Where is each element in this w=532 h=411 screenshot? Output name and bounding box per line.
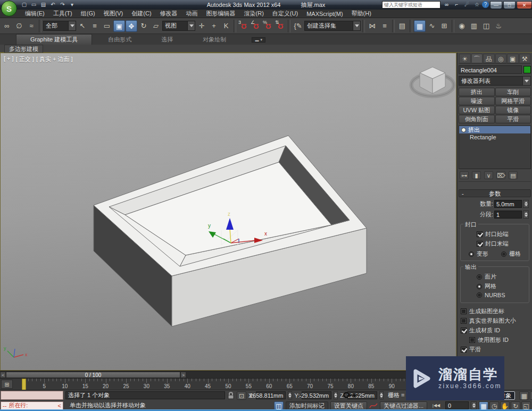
select-by-name-icon[interactable]: ≡: [89, 20, 101, 32]
selection-filter-dropdown[interactable]: 全部: [43, 21, 76, 31]
viewport-menu-shading[interactable]: [ 真实 + 边面 ]: [36, 55, 73, 63]
listener-scroll-arrow[interactable]: <: [58, 402, 61, 409]
graphite-ribbon-toggle-icon[interactable]: ▦: [414, 20, 426, 32]
utilities-tab-icon[interactable]: ⚒: [519, 54, 531, 63]
nurbs-radio[interactable]: [477, 292, 482, 298]
amount-spinner[interactable]: [523, 200, 529, 208]
modifier-list-dropdown[interactable]: 修改器列表: [459, 76, 531, 86]
next-frame-button[interactable]: >: [180, 372, 186, 378]
modifier-button-3[interactable]: 网格平滑: [495, 97, 531, 105]
favorites-star-icon[interactable]: ☆: [472, 1, 482, 9]
motion-tab-icon[interactable]: ◎: [495, 54, 507, 63]
communication-center-icon[interactable]: ☄: [462, 1, 472, 9]
modify-tab-icon[interactable]: ⌒: [471, 54, 483, 63]
mirror-icon[interactable]: ⋈: [367, 20, 378, 32]
track-bar[interactable]: ⊞ 05101520253035404550556065707580859095…: [0, 378, 456, 390]
menu-item-4[interactable]: 创建(C): [128, 10, 155, 18]
zoom-extents-icon[interactable]: ▦: [519, 391, 529, 400]
angle-snap-icon[interactable]: Ω∠: [250, 20, 262, 32]
y-coordinate-field[interactable]: -29.532mm: [302, 391, 331, 399]
modifier-button-5[interactable]: 镜像: [495, 106, 531, 114]
maxscript-listener-line[interactable]: -- 所在行: <: [1, 401, 63, 410]
prev-frame-button[interactable]: <: [0, 372, 6, 378]
reference-coordinate-dropdown[interactable]: 视图: [162, 21, 195, 31]
ribbon-tab-freeform[interactable]: 自由形式: [94, 35, 145, 45]
menu-item-9[interactable]: 自定义(U): [269, 10, 302, 18]
ribbon-minimize-button[interactable]: ▬▾: [252, 37, 265, 43]
close-button[interactable]: ✕: [517, 1, 532, 9]
select-and-move-icon[interactable]: ✥: [126, 20, 137, 32]
schematic-view-icon[interactable]: ⊞: [438, 20, 450, 32]
viewport-menu-view[interactable]: [ 正交 ]: [16, 55, 34, 63]
menu-item-8[interactable]: 渲染(R): [240, 10, 268, 18]
zoom-region-icon[interactable]: ◱: [521, 401, 531, 410]
render-setup-icon[interactable]: ▥: [468, 20, 480, 32]
menu-item-0[interactable]: 编辑(E): [21, 10, 48, 18]
menu-item-6[interactable]: 动画: [182, 10, 202, 18]
pin-stack-icon[interactable]: ⊶: [460, 171, 469, 179]
menu-item-7[interactable]: 图形编辑器: [203, 10, 239, 18]
menu-item-10[interactable]: MAXScript(M): [303, 11, 346, 17]
use-pivot-point-icon[interactable]: ✛: [196, 20, 207, 32]
key-mode-toggle-icon[interactable]: ▦: [479, 401, 488, 410]
rendered-frame-icon[interactable]: ◫: [480, 20, 492, 32]
hierarchy-tab-icon[interactable]: 品: [483, 54, 495, 63]
object-color-swatch[interactable]: [523, 66, 531, 73]
modifier-button-4[interactable]: UVW 贴图: [459, 106, 495, 114]
spinner-snap-icon[interactable]: Ω⇅: [275, 20, 286, 32]
current-frame-field[interactable]: 0: [445, 401, 469, 409]
set-key-button[interactable]: 设置关键点: [330, 401, 367, 410]
pan-hand-icon[interactable]: ✋: [500, 401, 510, 410]
open-file-icon[interactable]: ▭: [30, 1, 38, 9]
help-icon[interactable]: ?: [482, 1, 489, 8]
time-slider-handle[interactable]: 0 / 100: [6, 372, 180, 378]
isolate-selection-icon[interactable]: ◫: [274, 401, 284, 410]
z-spinner[interactable]: [379, 391, 384, 399]
qa-customize-icon[interactable]: ▾: [68, 1, 76, 9]
maximize-button[interactable]: □: [503, 1, 516, 9]
stack-item-1[interactable]: Rectangle: [459, 133, 530, 141]
y-spinner[interactable]: [334, 391, 338, 399]
zoom-all-icon[interactable]: ⟳: [530, 391, 532, 400]
parameters-rollout-header[interactable]: - 参数: [459, 189, 531, 197]
time-config-icon[interactable]: ◷: [489, 401, 499, 410]
amount-field[interactable]: 5.0mm: [494, 200, 522, 208]
modifier-button-6[interactable]: 倒角剖面: [459, 115, 495, 123]
absolute-mode-icon[interactable]: ⊡: [237, 391, 246, 400]
current-frame-marker[interactable]: [22, 379, 26, 390]
edit-named-selections-icon[interactable]: {✎: [292, 20, 304, 32]
configure-modifier-sets-icon[interactable]: ▤: [509, 171, 518, 179]
cap-start-checkbox[interactable]: [477, 231, 483, 237]
display-tab-icon[interactable]: ▣: [507, 54, 519, 63]
align-icon[interactable]: ≡: [379, 20, 390, 32]
select-and-rotate-icon[interactable]: ↻: [138, 20, 149, 32]
segments-field[interactable]: 1: [494, 211, 522, 219]
remove-modifier-icon[interactable]: ⌦: [496, 171, 505, 179]
mesh-radio[interactable]: [477, 284, 482, 289]
show-end-result-icon[interactable]: ▮: [472, 171, 481, 179]
modifier-button-2[interactable]: 噪波: [459, 97, 495, 105]
modifier-enable-bulb-icon[interactable]: [461, 128, 466, 132]
patch-radio[interactable]: [477, 274, 482, 280]
smooth-checkbox[interactable]: [461, 347, 467, 353]
select-and-manipulate-icon[interactable]: +: [208, 20, 220, 32]
gen-matid-checkbox[interactable]: [461, 328, 467, 333]
undo-icon[interactable]: ↶: [49, 1, 57, 9]
rect-selection-region-icon[interactable]: ▭: [101, 20, 113, 32]
ribbon-tab-graphite[interactable]: Graphite 建模工具: [16, 34, 92, 45]
segments-spinner[interactable]: [523, 211, 529, 219]
orbit-icon[interactable]: ↻: [511, 401, 520, 410]
selection-lock-icon[interactable]: [227, 391, 235, 399]
unlink-selection-icon[interactable]: ∅: [13, 20, 25, 32]
viewport-menu-plus[interactable]: [ + ]: [4, 55, 14, 63]
grid-radio[interactable]: [501, 251, 506, 257]
bind-to-space-warp-icon[interactable]: ≈: [26, 20, 37, 32]
layer-manager-icon[interactable]: ▤: [396, 20, 408, 32]
info-center-search-input[interactable]: [382, 1, 440, 9]
object-name-field[interactable]: Rectangle004: [459, 65, 522, 74]
gen-uv-checkbox[interactable]: [461, 308, 467, 314]
curve-editor-icon[interactable]: ∿: [426, 20, 438, 32]
add-time-tag[interactable]: 添加时间标记: [286, 401, 328, 410]
modifier-button-1[interactable]: 车削: [495, 88, 531, 96]
percent-snap-icon[interactable]: Ω%: [262, 20, 274, 32]
